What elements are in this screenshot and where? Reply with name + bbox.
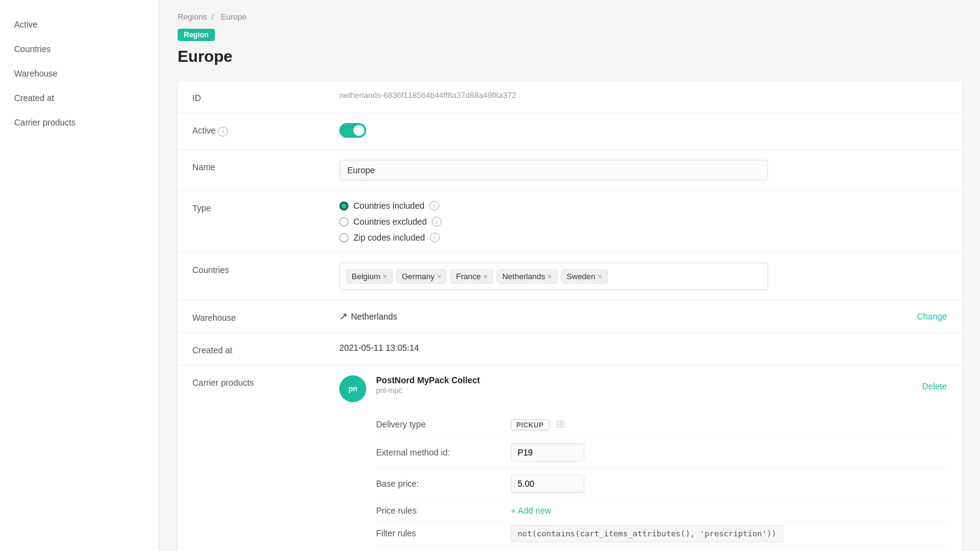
country-tag-belgium: Belgium × [346, 269, 393, 283]
remove-netherlands[interactable]: × [548, 272, 552, 281]
id-value: netherlands-6836f118564b44ff8a37d88a49f8… [339, 91, 947, 100]
created-at-label: Created at [192, 343, 339, 355]
carrier-1-price-rules-value: + Add new [511, 506, 947, 515]
country-tag-sweden: Sweden × [561, 269, 608, 283]
countries-label: Countries [192, 263, 339, 275]
created-at-row: Created at 2021-05-11 13:05:14 [178, 333, 962, 365]
carrier-1-base-price-row: Base price: [376, 468, 947, 500]
country-tag-france: France × [450, 269, 492, 283]
carrier-1-filter-rules-text: not(contains(cart_items_attributes(), 'p… [511, 525, 783, 542]
carrier-1-base-price-value [511, 474, 947, 493]
warehouse-value-container: ↗ Netherlands Change [339, 310, 947, 322]
breadcrumb-current: Europe [221, 12, 247, 21]
warehouse-name: Netherlands [351, 312, 398, 321]
name-label: Name [192, 160, 339, 172]
arrow-icon: ↗ [339, 310, 347, 322]
carrier-1-filter-rules-value: not(contains(cart_items_attributes(), 'p… [511, 528, 947, 538]
sidebar-item-warehouse[interactable]: Warehouse [0, 61, 159, 86]
radio-countries-included[interactable]: Countries included i [339, 201, 947, 211]
carrier-1-info: PostNord MyPack Collect pnl-mpc [376, 375, 480, 395]
type-row: Type Countries included i Countries excl… [178, 191, 962, 253]
carrier-1-delivery-badge: PICKUP [511, 419, 549, 430]
remove-germany[interactable]: × [437, 272, 441, 281]
sidebar-item-countries[interactable]: Countries [0, 37, 159, 61]
sidebar: Active Countries Warehouse Created at Ca… [0, 0, 159, 551]
carrier-1-add-new-button[interactable]: + Add new [511, 506, 551, 515]
name-row: Name [178, 150, 962, 191]
id-row: ID netherlands-6836f118564b44ff8a37d88a4… [178, 81, 962, 113]
carrier-1-filter-rules-row: Filter rules not(contains(cart_items_att… [376, 522, 947, 545]
carrier-1-ext-method-value [511, 443, 947, 462]
carrier-1-logo: pn [339, 375, 366, 402]
content-card: ID netherlands-6836f118564b44ff8a37d88a4… [178, 81, 962, 551]
carrier-1-delete[interactable]: Delete [922, 381, 947, 391]
carrier-1-code: pnl-mpc [376, 386, 480, 395]
carrier-products-label: Carrier products [192, 375, 339, 388]
name-field-container [339, 160, 947, 181]
region-badge: Region [178, 29, 215, 41]
warehouse-label: Warehouse [192, 310, 339, 323]
active-label: Active i [192, 123, 339, 137]
sidebar-item-created-at[interactable]: Created at [0, 86, 159, 110]
remove-belgium[interactable]: × [383, 272, 387, 281]
zip-codes-included-info-icon[interactable]: i [430, 233, 440, 242]
carrier-1-fields: Delivery type PICKUP ⊞ External method i… [376, 412, 947, 551]
country-tag-germany: Germany × [396, 269, 447, 283]
main-content: Regions / Europe Region Europe ID nether… [159, 0, 980, 551]
change-button[interactable]: Change [917, 312, 947, 321]
warehouse-link[interactable]: ↗ Netherlands [339, 310, 398, 322]
sidebar-item-active[interactable]: Active [0, 12, 159, 37]
breadcrumb-separator: / [211, 12, 214, 21]
country-tags: Belgium × Germany × France × Netherlan [339, 263, 768, 290]
carrier-products-row: Carrier products pn PostNord MyPack Coll… [178, 365, 962, 551]
carrier-1: pn PostNord MyPack Collect pnl-mpc Delet… [339, 375, 947, 551]
countries-tags-container: Belgium × Germany × France × Netherlan [339, 263, 947, 290]
radio-group: Countries included i Countries excluded … [339, 201, 947, 242]
radio-countries-excluded[interactable]: Countries excluded i [339, 217, 947, 227]
carrier-1-delivery-type-label: Delivery type [376, 419, 511, 429]
carrier-1-name: PostNord MyPack Collect [376, 375, 480, 385]
active-toggle-container [339, 123, 947, 140]
carrier-1-delivery-type-row: Delivery type PICKUP ⊞ [376, 412, 947, 437]
sidebar-item-carrier-products[interactable]: Carrier products [0, 110, 159, 135]
remove-france[interactable]: × [483, 272, 488, 281]
carrier-1-price-rules-row: Price rules + Add new [376, 500, 947, 522]
name-input[interactable] [339, 160, 768, 181]
active-row: Active i [178, 113, 962, 150]
active-info-icon[interactable]: i [218, 127, 228, 137]
active-toggle[interactable] [339, 123, 366, 138]
page-title: Europe [178, 47, 962, 66]
carrier-1-table-icon[interactable]: ⊞ [556, 419, 564, 429]
warehouse-row: Warehouse ↗ Netherlands Change [178, 301, 962, 333]
carrier-1-ext-method-label: External method id: [376, 448, 511, 457]
type-label: Type [192, 201, 339, 213]
countries-excluded-info-icon[interactable]: i [432, 217, 442, 227]
carrier-1-ext-method-input[interactable] [511, 443, 584, 462]
carrier-1-delivery-type-value: PICKUP ⊞ [511, 418, 947, 430]
id-label: ID [192, 91, 339, 103]
carrier-1-base-price-label: Base price: [376, 479, 511, 489]
countries-included-info-icon[interactable]: i [429, 201, 439, 211]
carrier-1-shipping-date-row: Shipping date adjustment i [376, 545, 947, 551]
breadcrumb: Regions / Europe [178, 12, 962, 21]
radio-zip-codes-included[interactable]: Zip codes included i [339, 233, 947, 242]
carrier-1-base-price-input[interactable] [511, 474, 584, 493]
breadcrumb-parent[interactable]: Regions [178, 12, 207, 21]
carrier-1-filter-rules-label: Filter rules [376, 528, 511, 538]
country-tag-netherlands: Netherlands × [497, 269, 557, 283]
created-at-value: 2021-05-11 13:05:14 [339, 343, 947, 353]
remove-sweden[interactable]: × [598, 272, 602, 281]
carrier-1-price-rules-label: Price rules [376, 506, 511, 515]
carrier-1-header: pn PostNord MyPack Collect pnl-mpc [339, 375, 480, 402]
carrier-products-content: pn PostNord MyPack Collect pnl-mpc Delet… [339, 375, 947, 551]
countries-row: Countries Belgium × Germany × France [178, 253, 962, 301]
carrier-1-ext-method-row: External method id: [376, 437, 947, 468]
